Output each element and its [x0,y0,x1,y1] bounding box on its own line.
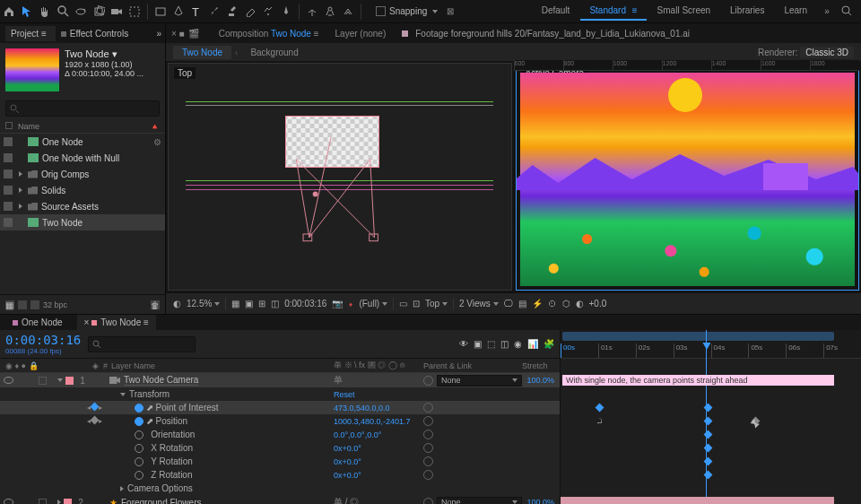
stretch-value[interactable]: 100.0% [522,498,560,504]
brush-tool-icon[interactable] [205,3,223,21]
rectangle-tool-icon[interactable] [152,3,170,21]
flowchart-icon[interactable]: ⬡ [562,299,570,308]
pickwhip-icon[interactable] [423,443,433,453]
mask-vis-icon[interactable]: ◫ [271,299,279,308]
tab-effect-controls[interactable]: Effect Controls [56,26,137,41]
panel-menu-icon[interactable]: » [156,29,161,39]
layer-row[interactable]: 2 ★Foreground Flowers 单 / ◎ None 100.0% [0,495,560,504]
timeline-tab[interactable]: × Two Node ≡ [77,315,156,330]
label-color[interactable] [65,377,74,385]
guides-icon[interactable]: ⊞ [258,299,265,308]
project-item[interactable]: Source Assets [0,198,165,214]
tab-project[interactable]: Project ≡ [5,26,56,41]
pan-behind-tool-icon[interactable] [126,3,144,21]
property-value[interactable]: 473.0,540.0,0.0 [334,404,423,413]
pen-tool-icon[interactable] [170,3,187,21]
graph-editor-icon[interactable]: 📊 [527,339,538,349]
keyframe[interactable] [703,457,712,466]
property-value[interactable]: 0x+0.0° [334,457,423,466]
draft3d-icon[interactable]: ▣ [474,339,482,349]
pickwhip-icon[interactable] [423,456,433,466]
stopwatch-icon[interactable] [135,430,144,439]
ws-libraries[interactable]: Libraries [721,2,773,21]
timeline-tab[interactable]: One Node [5,315,70,330]
ws-small[interactable]: Small Screen [648,2,719,21]
camera-options-group[interactable]: Camera Options [0,482,560,495]
comp-name[interactable]: Two Node ▾ [65,48,144,60]
ws-standard[interactable]: Standard ≡ [580,2,646,21]
keyframe[interactable]: ⧓ [752,417,761,426]
project-item[interactable]: Solids [0,182,165,198]
preview-time[interactable]: 0:00:03:16 [284,299,326,308]
property-row[interactable]: X Rotation 0x+0.0° [0,441,560,455]
orbit-tool-icon[interactable] [72,3,90,21]
property-value[interactable]: 0x+0.0° [334,471,423,480]
col-layer-name[interactable]: Layer Name [108,359,334,372]
timeline-search-input[interactable] [88,336,196,352]
marker-annotation[interactable]: With single node, the camera points stra… [562,375,834,386]
exposure-reset-icon[interactable]: ◐ [576,299,584,308]
timeline-tracks[interactable]: 00s 01s 02s 03s 04s 05s 06s 07s With sin… [561,330,861,504]
shy-icon[interactable]: ⬚ [487,339,495,349]
stopwatch-icon[interactable] [135,404,144,413]
world-axis-icon[interactable] [321,3,339,21]
roi-icon[interactable]: ▭ [399,299,407,308]
snapping-checkbox[interactable] [376,6,386,16]
views-dropdown[interactable]: 2 Views [459,299,499,308]
frame-blend-icon[interactable]: ◫ [500,339,509,349]
layer-tab[interactable]: Layer (none) [335,29,387,39]
layer-row[interactable]: 1 Two Node Camera 单 None 100.0% [0,373,560,387]
pickwhip-icon[interactable] [423,470,433,480]
local-axis-icon[interactable] [303,3,321,21]
work-area-bar[interactable] [562,332,834,341]
eraser-tool-icon[interactable] [241,3,259,21]
rotate-tool-icon[interactable] [90,3,108,21]
timeline-icon[interactable]: ⏲ [548,299,557,308]
resolution-icon[interactable]: ▦ [231,299,239,308]
type-tool-icon[interactable]: T [187,3,205,21]
label-column-icon[interactable] [5,122,13,129]
project-item[interactable]: Orig Comps [0,166,165,182]
project-item[interactable]: One Node with Null [0,150,165,166]
layer-bar[interactable] [561,497,834,504]
property-row[interactable]: ◂▸ ⬈ Point of Interest 473.0,540.0,0.0 [0,401,560,414]
project-search-input[interactable] [5,100,160,117]
keyframe[interactable] [703,444,712,453]
ws-learn[interactable]: Learn [775,2,816,21]
view-axis-icon[interactable] [339,3,357,21]
mask-toggle-icon[interactable]: ◐ [173,299,181,308]
project-item[interactable]: One Node⚙ [0,134,165,150]
home-icon[interactable] [0,3,18,21]
renderer-dropdown[interactable]: Classic 3D [800,47,854,58]
magnification-dropdown[interactable]: 12.5% [187,299,220,308]
property-row[interactable]: Z Rotation 0x+0.0° [0,468,560,482]
layer-name[interactable]: Foreground Flowers [121,498,201,505]
clone-tool-icon[interactable] [223,3,241,21]
stopwatch-icon[interactable] [135,471,144,480]
stretch-value[interactable]: 100.0% [522,376,560,385]
transparency-icon[interactable]: ▣ [245,299,253,308]
snapshot-icon[interactable]: 📷 [332,299,343,308]
motion-blur-icon[interactable]: ◉ [514,339,522,349]
snap-ext-icon[interactable]: ⊠ [447,6,454,16]
col-name-header[interactable]: Name [18,122,39,131]
property-value[interactable]: 0.0°,0.0°,0.0° [334,430,423,439]
comp-mini-flowchart-icon[interactable]: 👁 [459,339,468,349]
exposure-value[interactable]: +0.0 [589,299,607,308]
property-value[interactable]: 0x+0.0° [334,444,423,453]
stopwatch-icon[interactable] [135,417,144,426]
snapping-toggle[interactable]: Snapping ⊠ [370,4,459,18]
pickwhip-icon[interactable] [423,430,433,439]
property-row[interactable]: Y Rotation 0x+0.0° [0,455,560,468]
time-ruler[interactable]: 00s 01s 02s 03s 04s 05s 06s 07s [561,330,861,359]
brain-icon[interactable]: 🧩 [544,339,554,349]
roto-tool-icon[interactable] [259,3,277,21]
viewport-top[interactable]: Top [168,63,512,291]
interpret-footage-icon[interactable]: ▦ [5,300,14,309]
property-row[interactable]: ◂▸ ⬈ Position 1000.3,480.0,-2401.7 [0,414,560,428]
pickwhip-icon[interactable] [423,403,433,413]
viewport-active-camera[interactable]: Active Camera [516,63,860,291]
pixel-aspect-icon[interactable]: ▤ [518,299,526,308]
keyframe[interactable] [703,471,712,480]
search-help-icon[interactable] [838,2,856,20]
